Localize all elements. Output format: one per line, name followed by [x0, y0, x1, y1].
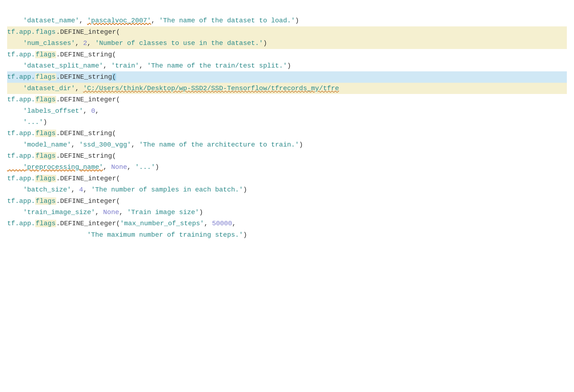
- code-line: 'dataset_split_name', 'train', 'The name…: [7, 60, 567, 71]
- tf-app-keyword: tf.app.: [7, 130, 35, 137]
- string-token: '...': [7, 118, 43, 126]
- string-token: 'model_name': [7, 141, 71, 148]
- code-line: tf.app.flags.DEFINE_integer(: [7, 94, 567, 105]
- string-token-underline: 'pascalvoc_2007': [87, 17, 151, 24]
- plain-text: ): [199, 209, 203, 216]
- code-line: 'model_name', 'ssd_300_vgg', 'The name o…: [7, 139, 567, 150]
- define-keyword: .DEFINE_string(: [56, 51, 116, 58]
- string-token: 'num_classes': [7, 39, 75, 47]
- tf-app-keyword: tf.app.: [7, 51, 35, 58]
- comment-string: 'The name of the architecture to train.': [139, 141, 299, 148]
- define-keyword: .DEFINE_string: [56, 73, 112, 81]
- number-token: 50000: [212, 220, 232, 227]
- comment-string: 'The number of samples in each batch.': [91, 186, 243, 193]
- plain-text: ,: [103, 163, 111, 171]
- plain-text: ): [43, 118, 47, 126]
- plain-text: ,: [103, 62, 111, 69]
- code-line: tf.app.flags.DEFINE_string(: [7, 49, 567, 60]
- flags-keyword: flags: [35, 220, 56, 227]
- flags-keyword: flags: [35, 152, 56, 160]
- code-line: tf.app.flags.DEFINE_integer('max_number_…: [7, 218, 567, 229]
- plain-text: ,: [75, 39, 83, 47]
- plain-text: ,: [131, 141, 139, 148]
- number-token: 2: [83, 39, 87, 47]
- plain-text: ,: [71, 141, 79, 148]
- string-token-underline: 'preprocessing_name': [7, 163, 103, 171]
- flags-keyword: flags: [35, 73, 56, 81]
- plain-text: ,: [71, 186, 79, 193]
- comment-string: 'The maximum number of training steps.': [87, 231, 243, 238]
- plain-text: ,: [75, 85, 83, 92]
- code-line: '...'): [7, 117, 567, 128]
- flags-keyword: flags: [35, 130, 56, 137]
- code-line: tf.app.flags.DEFINE_integer(: [7, 26, 567, 38]
- number-token: 0: [91, 107, 95, 115]
- plain-text: ): [263, 39, 267, 47]
- comment-string: 'Number of classes to use in the dataset…: [95, 39, 263, 47]
- tf-app-keyword: tf.app.: [7, 197, 35, 205]
- none-keyword: None: [103, 209, 119, 216]
- define-keyword: .DEFINE_integer(: [56, 175, 120, 182]
- code-line: 'The maximum number of training steps.'): [7, 229, 567, 240]
- tf-app-keyword: tf.app.: [7, 220, 35, 227]
- plain-text: ): [155, 163, 159, 171]
- tf-app-keyword: tf.app.: [7, 96, 35, 103]
- plain-text: ,: [83, 107, 91, 115]
- plain-text: ): [287, 62, 291, 69]
- define-keyword: .DEFINE_integer(: [56, 220, 120, 227]
- plain-text: [7, 231, 87, 238]
- code-line: tf.app.flags.DEFINE_string(: [7, 128, 567, 139]
- tf-app-keyword: tf.app.: [7, 152, 35, 160]
- plain-text: ,: [232, 220, 236, 227]
- bracket-cursor: (: [112, 73, 116, 81]
- tf-app-keyword: tf.app.: [7, 73, 35, 81]
- flags-keyword: flags: [35, 51, 56, 58]
- code-line: 'batch_size', 4, 'The number of samples …: [7, 184, 567, 195]
- plain-text: ): [295, 17, 299, 24]
- code-line: 'dataset_dir', 'C:/Users/think/Desktop/w…: [7, 83, 567, 94]
- code-line: tf.app.flags.DEFINE_string(: [7, 150, 567, 161]
- code-line: 'num_classes', 2, 'Number of classes to …: [7, 38, 567, 49]
- comment-string: '...': [135, 163, 155, 171]
- plain-text: ,: [139, 62, 147, 69]
- plain-text: ,: [87, 39, 95, 47]
- define-keyword: .DEFINE_integer(: [56, 197, 120, 205]
- string-token: 'dataset_split_name': [7, 62, 103, 69]
- plain-text: ,: [127, 163, 135, 171]
- flags-keyword: flags: [35, 28, 56, 36]
- string-token: 'train_image_size': [7, 209, 95, 216]
- string-token: 'ssd_300_vgg': [79, 141, 131, 148]
- string-token: 'train': [111, 62, 139, 69]
- plain-text: ,: [204, 220, 212, 227]
- file-path: 'C:/Users/think/Desktop/wp-SSD2/SSD-Tens…: [83, 85, 339, 92]
- plain-text: ,: [95, 107, 99, 115]
- string-token: 'dataset_name': [7, 17, 79, 24]
- string-token: 'max_number_of_steps': [120, 220, 204, 227]
- plain-text: ,: [83, 186, 91, 193]
- plain-text: ): [243, 186, 247, 193]
- comment-string: 'The name of the dataset to load.': [159, 17, 295, 24]
- string-token: 'batch_size': [7, 186, 71, 193]
- flags-keyword: flags: [35, 197, 56, 205]
- plain-text: ): [243, 231, 247, 238]
- code-line: tf.app.flags.DEFINE_integer(: [7, 196, 567, 207]
- code-line: 'preprocessing_name', None, '...'): [7, 161, 567, 173]
- plain-text: ,: [119, 209, 127, 216]
- code-editor: 'dataset_name', 'pascalvoc_2007', 'The n…: [7, 5, 567, 240]
- define-keyword: .DEFINE_string(: [56, 152, 116, 160]
- flags-keyword: flags: [35, 96, 56, 103]
- string-token: 'labels_offset': [7, 107, 83, 115]
- number-token: 4: [79, 186, 83, 193]
- comment-string: 'The name of the train/test split.': [147, 62, 287, 69]
- define-keyword: .DEFINE_string(: [56, 130, 116, 137]
- code-line: 'labels_offset', 0,: [7, 105, 567, 117]
- plain-text: ,: [151, 17, 159, 24]
- plain-text: ): [299, 141, 303, 148]
- string-token: 'dataset_dir': [7, 85, 75, 92]
- code-line: tf.app.flags.DEFINE_string(: [7, 71, 567, 82]
- define-keyword: .DEFINE_integer(: [56, 96, 120, 103]
- code-line: 'dataset_name', 'pascalvoc_2007', 'The n…: [7, 15, 567, 26]
- none-keyword: None: [111, 163, 127, 171]
- comment-string: 'Train image size': [127, 209, 199, 216]
- code-line: tf.app.flags.DEFINE_integer(: [7, 173, 567, 184]
